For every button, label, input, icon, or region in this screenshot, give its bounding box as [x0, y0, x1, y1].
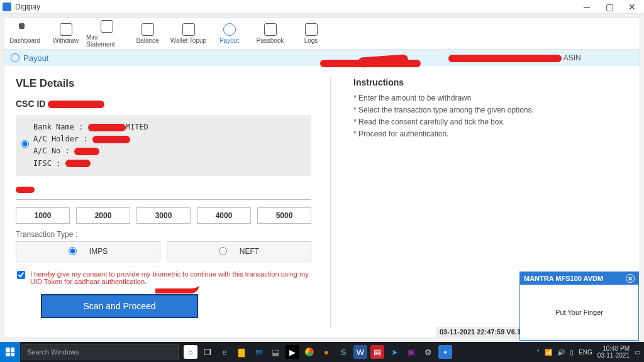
amount-presets: 1000 2000 3000 4000 5000 — [16, 207, 311, 224]
windows-taskbar: Search Windows ○ ❐ e ▇ ✉ ⬓ ▶ ● S W ▤ ➤ ▣… — [0, 342, 644, 362]
taskbar-clock[interactable]: 10:48 PM 03-11-2021 — [597, 345, 630, 359]
nav-withdraw[interactable]: Withdraw — [45, 18, 86, 49]
mantra-titlebar: MANTRA MFS100 AVDM ✕ — [520, 272, 638, 285]
close-button[interactable]: ✕ — [626, 2, 638, 12]
bank-details-box[interactable]: Bank Name : MITED A/C Holder : A/C No : … — [16, 115, 311, 176]
language-indicator[interactable]: ENG — [579, 349, 592, 356]
withdraw-icon — [60, 23, 72, 36]
chrome-icon[interactable] — [303, 345, 316, 359]
csc-id-row: CSC ID — [16, 99, 311, 109]
redacted-amount-label — [16, 187, 35, 193]
instruction-item: Proceed for authentication. — [353, 129, 538, 138]
pdf-icon[interactable]: ▤ — [370, 345, 384, 359]
mantra-popup: MANTRA MFS100 AVDM ✕ Put Your Finger — [519, 272, 639, 341]
volume-icon[interactable]: 🔊 — [557, 349, 565, 356]
neft-radio[interactable] — [219, 247, 227, 255]
mantra-title: MANTRA MFS100 AVDM — [524, 275, 603, 282]
redacted-bank-name — [88, 124, 126, 131]
taskbar-apps: ○ ❐ e ▇ ✉ ⬓ ▶ ● S W ▤ ➤ ▣ ⚙ ▪ — [184, 345, 452, 359]
cortana-icon[interactable]: ○ — [184, 345, 197, 359]
redacted-ifsc — [65, 160, 91, 167]
redacted-ac-no — [74, 148, 99, 155]
amount-4000[interactable]: 4000 — [197, 207, 251, 224]
amount-2000[interactable]: 2000 — [76, 207, 130, 224]
wallet-icon — [182, 23, 195, 36]
window-titlebar: Digipay ─ ▢ ✕ — [0, 0, 644, 14]
network-icon[interactable]: 📶 — [545, 349, 552, 356]
mantra-body: Put Your Finger — [520, 285, 638, 340]
amount-5000[interactable]: 5000 — [257, 207, 311, 224]
balance-icon — [142, 23, 154, 36]
mantra-close-button[interactable]: ✕ — [626, 274, 635, 283]
telegram-icon[interactable]: ➤ — [387, 345, 401, 359]
word-icon[interactable]: W — [353, 345, 367, 359]
amount-3000[interactable]: 3000 — [136, 207, 191, 224]
edge-icon[interactable]: e — [218, 345, 231, 359]
instructions-heading: Instructions — [353, 77, 538, 87]
nav-wallet-topup[interactable]: Wallet Topup — [168, 18, 209, 49]
vle-heading: VLE Details — [16, 77, 311, 90]
tx-option-neft[interactable]: NEFT — [167, 241, 311, 261]
teams-icon[interactable]: ▣ — [404, 345, 418, 359]
nav-passbook[interactable]: Passbook — [250, 18, 291, 49]
app-logo-icon — [3, 3, 11, 11]
redacted-username — [448, 55, 562, 62]
annotation-checkmark — [155, 285, 199, 293]
minimize-button[interactable]: ─ — [581, 2, 592, 12]
statement-icon — [101, 20, 113, 33]
consent-row[interactable]: I hereby give my consent to provide my b… — [16, 270, 311, 285]
instruction-item: Select the transaction type among the gi… — [353, 106, 538, 114]
store-icon[interactable]: ⬓ — [269, 345, 282, 359]
nav-payout[interactable]: Payout — [209, 18, 250, 49]
history-icon — [11, 53, 19, 62]
tx-option-imps[interactable]: IMPS — [16, 241, 160, 261]
redacted-ac-holder — [92, 136, 130, 143]
breadcrumb-title: Payout — [23, 53, 48, 63]
amount-1000[interactable]: 1000 — [16, 207, 70, 224]
instructions-panel: Instructions Enter the amount to be with… — [350, 77, 538, 329]
tray-up-icon[interactable]: ˄ — [536, 349, 540, 356]
notifications-icon[interactable]: ▭ — [635, 349, 640, 356]
imps-radio[interactable] — [69, 247, 77, 255]
maximize-button[interactable]: ▢ — [604, 2, 615, 12]
instruction-item: Read the consent carefully and tick the … — [353, 118, 538, 126]
file-explorer-icon[interactable]: ▇ — [235, 345, 248, 359]
divider-line — [16, 199, 311, 200]
instructions-list: Enter the amount to be withdrawn Select … — [353, 94, 538, 138]
windows-logo-icon — [6, 348, 14, 356]
movies-icon[interactable]: ▶ — [286, 345, 299, 359]
system-tray: ˄ 📶 🔊 ▯ ENG 10:48 PM 03-11-2021 ▭ — [536, 345, 644, 359]
version-stamp: 03-11-2021 22:47:59 V6.1 — [436, 327, 525, 337]
battery-icon[interactable]: ▯ — [570, 349, 574, 356]
task-view-icon[interactable]: ❐ — [201, 345, 214, 359]
transaction-type-options: IMPS NEFT — [16, 241, 311, 261]
payout-icon — [223, 23, 236, 36]
skype-icon[interactable]: S — [336, 345, 350, 359]
vertical-divider — [330, 77, 331, 329]
scan-and-proceed-button[interactable]: Scan and Proceed — [41, 294, 198, 318]
taskbar-search[interactable]: Search Windows — [21, 344, 179, 359]
firefox-icon[interactable]: ● — [319, 345, 333, 359]
nav-dashboard[interactable]: Dashboard — [4, 18, 45, 49]
window-title: Digipay — [15, 3, 40, 11]
start-button[interactable] — [0, 342, 20, 362]
passbook-icon — [264, 23, 277, 36]
digipay-taskbar-icon[interactable]: ▪ — [438, 345, 452, 359]
user-suffix: ASIN — [564, 53, 581, 62]
consent-text: I hereby give my consent to provide my b… — [30, 270, 310, 285]
top-nav: Dashboard Withdraw Mini Statement Balanc… — [4, 18, 640, 50]
consent-checkbox[interactable] — [17, 271, 25, 279]
nav-balance[interactable]: Balance — [127, 18, 168, 49]
mail-icon[interactable]: ✉ — [252, 345, 265, 359]
dashboard-icon — [19, 23, 31, 36]
redacted-csc-id — [48, 101, 104, 108]
logs-icon — [305, 23, 318, 36]
nav-logs[interactable]: Logs — [291, 18, 331, 49]
transaction-type-label: Transaction Type : — [16, 230, 311, 239]
settings-icon[interactable]: ⚙ — [421, 345, 435, 359]
instruction-item: Enter the amount to be withdrawn — [353, 94, 538, 102]
bank-account-radio[interactable] — [21, 140, 29, 148]
nav-mini-statement[interactable]: Mini Statement — [86, 18, 127, 49]
